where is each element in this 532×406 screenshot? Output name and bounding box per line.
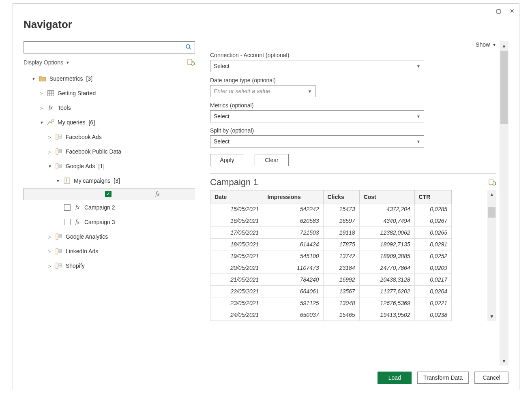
search-icon[interactable] [185, 44, 192, 51]
caret-right-icon[interactable]: ▷ [48, 249, 52, 254]
queries-icon [47, 119, 54, 126]
caret-right-icon[interactable]: ▷ [40, 91, 44, 96]
metrics-select[interactable]: Select ▼ [210, 110, 424, 122]
connection-select[interactable]: Select ▼ [210, 60, 424, 72]
scroll-down-icon[interactable]: ▼ [502, 358, 506, 364]
table-cell: 18909,3885 [359, 250, 414, 262]
table-cell: 16597 [323, 215, 359, 227]
tree-item-shopify[interactable]: ▷ Shopify [24, 259, 195, 273]
cancel-button[interactable]: Cancel [474, 372, 508, 384]
caret-down-icon[interactable]: ▼ [40, 120, 44, 125]
datasource-icon [55, 233, 62, 240]
tree-item-tools[interactable]: ▷ fx Tools [24, 100, 195, 115]
window-restore-icon[interactable]: ▢ [495, 7, 502, 15]
checkbox-unchecked-icon[interactable] [64, 204, 71, 211]
scroll-down-icon[interactable]: ▼ [489, 314, 494, 319]
tree-item-campaign-1[interactable]: ✓ fx Campaign 1 [24, 188, 195, 200]
tree-item-facebook-ads[interactable]: ▷ Facebook Ads [24, 130, 195, 144]
table-row[interactable]: 23/05/20215911251304812676,53690,0221 [210, 297, 452, 309]
table-row[interactable]: 18/05/20216144241787518092,71350,0291 [210, 239, 452, 250]
refresh-preview-icon[interactable] [488, 178, 496, 186]
chevron-down-icon: ▼ [416, 114, 420, 119]
show-dropdown[interactable]: Show ▼ [476, 41, 496, 48]
tree-item-my-queries[interactable]: ▼ My queries [6] [24, 115, 195, 130]
caret-right-icon[interactable]: ▷ [48, 135, 52, 139]
tree-item-google-analytics[interactable]: ▷ Google Analytics [24, 229, 195, 244]
tree-item-getting-started[interactable]: ▷ Getting Started [24, 86, 195, 100]
table-cell: 17875 [323, 239, 359, 250]
right-pane: Show ▼ Connection - Account (optional) S… [210, 41, 496, 365]
table-row[interactable]: 17/05/20217215031911812382,00620,0265 [210, 227, 452, 239]
table-header[interactable]: Clicks [323, 190, 359, 203]
table-cell: 0,0285 [414, 203, 451, 215]
caret-right-icon[interactable]: ▷ [40, 106, 44, 110]
svg-rect-14 [59, 152, 62, 153]
fx-icon: fx [74, 218, 81, 226]
scroll-up-icon[interactable]: ▲ [502, 43, 506, 49]
table-scrollbar[interactable]: ▲ ▼ [487, 190, 496, 321]
table-row[interactable]: 19/05/20215451001374218909,38850,0252 [210, 250, 452, 262]
panel-scrollbar[interactable]: ▲ ▼ [500, 41, 508, 365]
tree-label: Shopify [66, 263, 85, 269]
table-row[interactable]: 15/05/2021542242154734372,2040,0285 [210, 203, 452, 215]
table-row[interactable]: 24/05/20216500371546519413,95020,0238 [210, 309, 452, 321]
table-header[interactable]: Impressions [263, 190, 323, 203]
table-row[interactable]: 22/05/20216640611356711377,62020,0204 [210, 286, 452, 297]
refresh-tree-icon[interactable] [187, 58, 195, 66]
display-options-dropdown[interactable]: Display Options ▼ [24, 59, 70, 66]
caret-down-icon[interactable]: ▼ [48, 164, 52, 169]
tree-item-supermetrics[interactable]: ▼ Supermetrics [3] [24, 71, 195, 86]
daterange-select[interactable]: Enter or select a value ▼ [210, 85, 315, 97]
svg-point-0 [186, 45, 190, 48]
left-pane: Display Options ▼ ▼ Supermetrics [3] [24, 41, 201, 365]
caret-right-icon[interactable]: ▷ [48, 150, 52, 154]
table-row[interactable]: 21/05/20217842401699220438,31280,0217 [210, 274, 452, 286]
tree-label: Google Analytics [66, 233, 108, 240]
chevron-down-icon: ▼ [416, 64, 420, 68]
svg-rect-17 [59, 166, 62, 167]
checkbox-unchecked-icon[interactable] [64, 219, 71, 225]
caret-down-icon[interactable]: ▼ [32, 77, 36, 81]
table-cell: 16/05/2021 [210, 215, 263, 227]
apply-button[interactable]: Apply [210, 154, 244, 166]
window-close-icon[interactable]: ✕ [508, 7, 516, 15]
caret-down-icon[interactable]: ▼ [56, 179, 60, 183]
table-cell: 19118 [323, 227, 359, 239]
daterange-placeholder: Enter or select a value [214, 88, 270, 94]
scroll-thumb[interactable] [488, 207, 496, 218]
tree-item-campaign-3[interactable]: fx Campaign 3 [24, 215, 195, 229]
splitby-select[interactable]: Select ▼ [210, 135, 424, 147]
tree-item-my-campaigns[interactable]: ▼ My campaigns [3] [24, 173, 195, 188]
scroll-up-icon[interactable]: ▲ [489, 192, 494, 197]
connection-value: Select [214, 63, 230, 69]
scroll-thumb[interactable] [500, 51, 508, 124]
caret-right-icon[interactable]: ▷ [48, 264, 52, 268]
load-button[interactable]: Load [378, 372, 412, 384]
table-cell: 11377,6202 [359, 286, 414, 297]
table-header[interactable]: Cost [359, 190, 414, 203]
clear-button[interactable]: Clear [255, 154, 289, 166]
table-row[interactable]: 16/05/2021620583165974340,74940,0267 [210, 215, 452, 227]
tree-item-google-ads[interactable]: ▼ Google Ads [1] [24, 159, 195, 173]
tree-item-facebook-public[interactable]: ▷ Facebook Public Data [24, 144, 195, 159]
tree-item-linkedin-ads[interactable]: ▷ LinkedIn Ads [24, 244, 195, 259]
checkbox-checked-icon[interactable]: ✓ [105, 191, 112, 197]
tree-label: Supermetrics [49, 75, 83, 82]
svg-rect-18 [64, 178, 66, 184]
tree-label: Getting Started [58, 90, 96, 96]
search-input[interactable] [24, 41, 195, 53]
svg-rect-24 [59, 249, 62, 250]
svg-rect-2 [188, 59, 192, 64]
navigator-tree[interactable]: ▼ Supermetrics [3] ▷ Getting Started [24, 71, 195, 365]
caret-right-icon[interactable]: ▷ [48, 235, 52, 239]
chevron-down-icon: ▼ [308, 89, 312, 94]
table-row[interactable]: 20/05/202111074732318424770,78640,0209 [210, 262, 452, 274]
table-header[interactable]: CTR [414, 190, 451, 203]
table-header[interactable]: Date [210, 190, 263, 203]
svg-rect-13 [59, 150, 62, 151]
datasource-icon [55, 133, 62, 141]
tree-item-campaign-2[interactable]: fx Campaign 2 [24, 200, 195, 215]
table-cell: 13567 [323, 286, 359, 297]
cancel-label: Cancel [483, 374, 500, 381]
transform-data-button[interactable]: Transform Data [417, 372, 469, 384]
